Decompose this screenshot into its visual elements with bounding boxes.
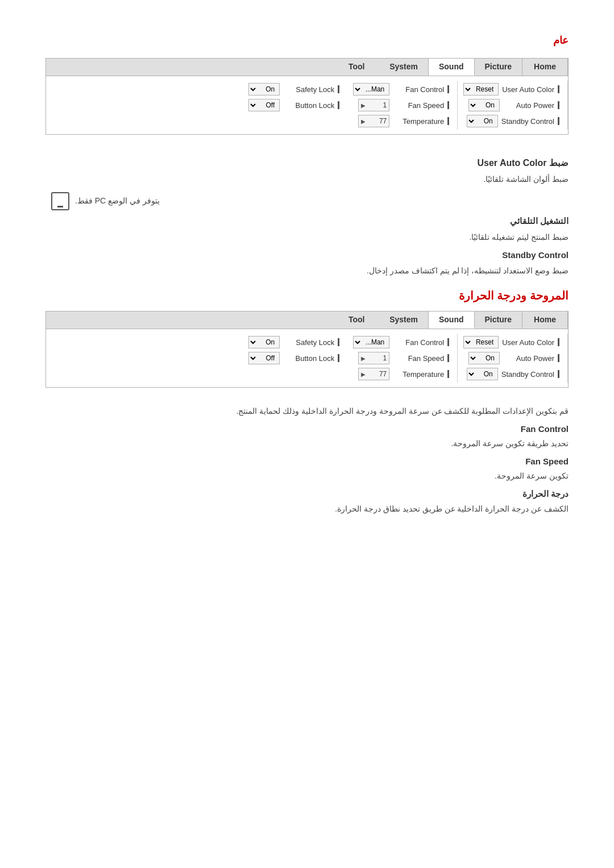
menu-row-temperature-2: Temperature 77 ▶ <box>353 368 451 380</box>
temperature-value-2: 77 <box>379 370 387 378</box>
menu-header-1: Home Picture Sound System Tool <box>46 59 568 76</box>
user-auto-color-label-1: User Auto Color <box>502 85 554 94</box>
fan-speed-arrow-2[interactable]: ▶ <box>361 355 366 362</box>
button-lock-select-1[interactable]: Off <box>248 99 280 111</box>
menu-col-1-2: Fan Control Man... Fan Speed 1 ▶ Tempera… <box>347 81 458 130</box>
temperature-value-1: 77 <box>379 117 387 125</box>
menu-table-1: Home Picture Sound System Tool User Auto… <box>45 58 569 135</box>
menu-row-user-auto-color-1: User Auto Color Reset <box>463 83 562 95</box>
temperature-val-1: 77 ▶ <box>358 115 389 127</box>
sep-icon <box>338 85 339 93</box>
user-auto-color-desc1: ضبط ألوان الشاشة تلقائيًا. <box>45 173 569 186</box>
fan-control-label-2: Fan Control <box>393 338 444 347</box>
user-auto-color-title: ضبط User Auto Color <box>45 157 569 168</box>
menu-row-fan-speed-1: Fan Speed 1 ▶ <box>353 99 451 111</box>
fan-speed-label-1: Fan Speed <box>393 101 444 110</box>
menu-row-button-lock-2: Button Lock Off <box>248 352 342 364</box>
user-auto-color-select-1[interactable]: Reset <box>463 83 499 95</box>
standby-select-2[interactable]: On <box>467 368 498 380</box>
sep-icon <box>447 354 449 362</box>
sep-icon <box>558 354 559 362</box>
menu-table-2: Home Picture Sound System Tool User Auto… <box>45 311 569 388</box>
temperature-val-2: 77 ▶ <box>358 368 389 380</box>
menu-row-temperature-1: Temperature 77 ▶ <box>353 115 451 127</box>
temperature-label-1: Temperature <box>393 117 444 126</box>
standby-select-1[interactable]: On <box>467 115 498 127</box>
tab-sound-1[interactable]: Sound <box>429 59 475 76</box>
fan-control-label-1: Fan Control <box>393 85 444 94</box>
menu-row-fan-speed-2: Fan Speed 1 ▶ <box>353 352 451 364</box>
fan-speed-value-2: 1 <box>383 354 387 362</box>
menu-col-2-3: Safety Lock On Button Lock Off <box>243 334 347 383</box>
fan-control-select-1[interactable]: Man... <box>353 83 389 95</box>
temperature-label-2: Temperature <box>393 370 444 379</box>
sep-icon <box>558 370 559 378</box>
safety-lock-label-1: Safety Lock <box>283 85 334 94</box>
fan-speed-sub-desc: تكوين سرعة المروحة. <box>45 470 569 483</box>
sep-icon <box>558 101 559 109</box>
fan-speed-val-2: 1 ▶ <box>358 352 389 364</box>
top-label: عام <box>45 34 569 47</box>
tab-sound-2[interactable]: Sound <box>429 312 475 329</box>
tab-home-2[interactable]: Home <box>522 312 568 329</box>
auto-power-select-2[interactable]: On <box>468 352 500 364</box>
safety-lock-label-2: Safety Lock <box>283 338 334 347</box>
menu-col-2-2: Fan Control Man... Fan Speed 1 ▶ Tempera… <box>347 334 458 383</box>
button-lock-label-2: Button Lock <box>283 354 334 363</box>
fan-speed-arrow-1[interactable]: ▶ <box>361 102 366 109</box>
sep-icon <box>558 338 559 346</box>
user-auto-color-select-2[interactable]: Reset <box>463 336 499 348</box>
tab-tool-2[interactable]: Tool <box>334 312 379 329</box>
fan-speed-val-1: 1 ▶ <box>358 99 389 111</box>
standby-label-2: Standby Control <box>501 370 554 379</box>
tab-tool-1[interactable]: Tool <box>334 59 379 76</box>
sep-icon <box>447 85 449 93</box>
menu-row-auto-power-1: Auto Power On <box>463 99 562 111</box>
tab-picture-2[interactable]: Picture <box>475 312 522 329</box>
sep-icon <box>447 117 449 125</box>
menu-col-2-1: User Auto Color Reset Auto Power On Stan… <box>458 334 568 383</box>
fan-control-sub-desc: تحديد طريقة تكوين سرعة المروحة. <box>45 437 569 451</box>
fan-temp-intro: قم بتكوين الإعدادات المطلوبة للكشف عن سر… <box>45 405 569 418</box>
auto-power-label-1: Auto Power <box>503 101 554 110</box>
auto-label: التشغيل التلقائي <box>45 216 569 226</box>
menu-row-standby-1: Standby Control On <box>463 115 562 127</box>
menu-body-1: User Auto Color Reset Auto Power On Stan… <box>46 76 568 134</box>
sep-icon <box>447 370 449 378</box>
tab-system-2[interactable]: System <box>379 312 429 329</box>
auto-power-select-1[interactable]: On <box>468 99 500 111</box>
menu-col-1-1: User Auto Color Reset Auto Power On Stan… <box>458 81 568 130</box>
pc-row: يتوفر في الوضع PC فقط. <box>45 192 569 210</box>
pc-only-label: يتوفر في الوضع PC فقط. <box>75 194 160 208</box>
user-auto-color-label-2: User Auto Color <box>502 338 554 347</box>
fan-speed-label-2: Fan Speed <box>393 354 444 363</box>
menu-row-safety-lock-1: Safety Lock On <box>248 83 342 95</box>
tab-system-1[interactable]: System <box>379 59 429 76</box>
button-lock-select-2[interactable]: Off <box>248 352 280 364</box>
menu-row-fan-control-1: Fan Control Man... <box>353 83 451 95</box>
menu-col-1-3: Safety Lock On Button Lock Off <box>243 81 347 130</box>
menu-row-button-lock-1: Button Lock Off <box>248 99 342 111</box>
auto-power-label-2: Auto Power <box>503 354 554 363</box>
tab-home-1[interactable]: Home <box>522 59 568 76</box>
sep-icon <box>447 338 449 346</box>
sep-icon <box>338 338 339 346</box>
tab-picture-1[interactable]: Picture <box>475 59 522 76</box>
sep-icon <box>338 101 339 109</box>
sep-icon <box>338 354 339 362</box>
standby-label-1: Standby Control <box>501 117 554 126</box>
menu-row-auto-power-2: Auto Power On <box>463 352 562 364</box>
temperature-arrow-2[interactable]: ▶ <box>361 371 366 377</box>
button-lock-label-1: Button Lock <box>283 101 334 110</box>
safety-lock-select-1[interactable]: On <box>248 83 280 95</box>
sep-icon <box>447 101 449 109</box>
sep-icon <box>558 117 559 125</box>
temperature-arrow-1[interactable]: ▶ <box>361 118 366 124</box>
menu-row-user-auto-color-2: User Auto Color Reset <box>463 336 562 348</box>
safety-lock-select-2[interactable]: On <box>248 336 280 348</box>
sep-icon <box>558 85 559 93</box>
temp-sub-title: درجة الحرارة <box>45 489 569 499</box>
menu-row-standby-2: Standby Control On <box>463 368 562 380</box>
fan-temp-title: المروحة ودرجة الحرارة <box>45 289 569 302</box>
fan-control-select-2[interactable]: Man... <box>353 336 389 348</box>
